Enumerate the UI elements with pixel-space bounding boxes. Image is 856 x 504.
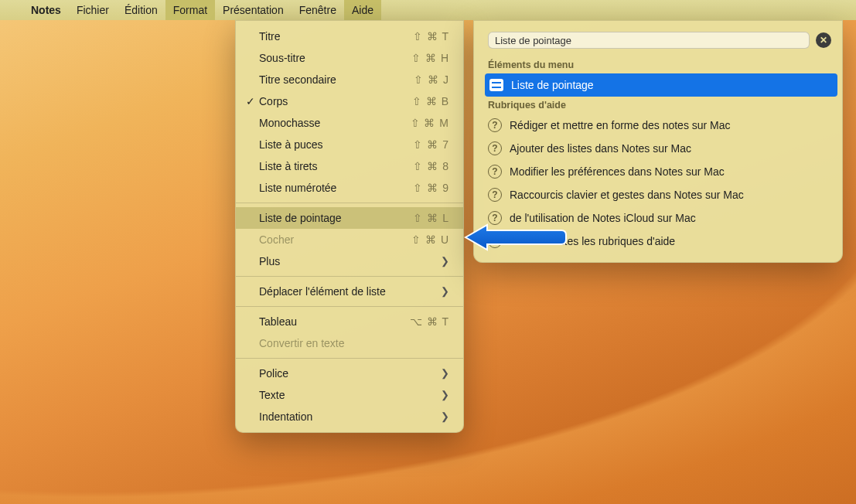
menubar-item-fichier[interactable]: Fichier: [69, 0, 117, 20]
help-topic-label: Rédiger et mettre en forme des notes sur…: [510, 116, 731, 135]
menu-item-label: Texte: [259, 387, 435, 404]
menu-separator: [236, 306, 463, 307]
menu-item-label: Liste à puces: [259, 136, 413, 153]
menu-command-icon: [489, 79, 503, 91]
menu-item-texte[interactable]: Texte ❯: [236, 384, 463, 406]
help-section-topics: Rubriques d'aide: [474, 97, 842, 114]
menubar-item-edition[interactable]: Édition: [117, 0, 165, 20]
menu-item-label: Plus: [259, 253, 435, 270]
menu-item-label: Corps: [259, 93, 412, 110]
menu-item-label: Cocher: [259, 231, 411, 248]
chevron-right-icon: ❯: [441, 387, 449, 404]
help-search-value: Liste de pointage: [495, 35, 571, 46]
menu-item-monochasse[interactable]: Monochasse ⇧ ⌘ M: [236, 112, 463, 134]
menu-item-label: Liste numérotée: [259, 179, 413, 196]
menu-item-shortcut: ⌥ ⌘ T: [410, 313, 449, 330]
menu-item-shortcut: ⇧ ⌘ B: [412, 93, 449, 110]
menu-item-cocher: Cocher ⇧ ⌘ U: [236, 229, 463, 250]
menu-item-sous-titre[interactable]: Sous-titre ⇧ ⌘ H: [236, 47, 463, 69]
help-topic[interactable]: ? Rédiger et mettre en forme des notes s…: [474, 114, 842, 137]
callout-arrow-icon: [464, 223, 568, 251]
menu-item-label: Liste à tirets: [259, 158, 413, 175]
format-menu: Titre ⇧ ⌘ T Sous-titre ⇧ ⌘ H Titre secon…: [235, 20, 464, 433]
menu-item-label: Police: [259, 365, 435, 382]
chevron-right-icon: ❯: [441, 408, 449, 425]
clear-search-icon[interactable]: ✕: [816, 32, 831, 48]
help-icon: ?: [488, 118, 502, 132]
help-menu-result-liste-pointage[interactable]: Liste de pointage: [485, 73, 837, 97]
menu-item-titre[interactable]: Titre ⇧ ⌘ T: [236, 26, 463, 47]
help-topic-label: Ajouter des listes dans Notes sur Mac: [510, 139, 691, 158]
help-topic-label: Modifier les préférences dans Notes sur …: [510, 162, 725, 181]
help-icon: ?: [488, 165, 502, 179]
menubar: Notes Fichier Édition Format Présentatio…: [0, 0, 856, 20]
menu-item-shortcut: ⇧ ⌘ H: [411, 49, 449, 66]
menu-item-label: Liste de pointage: [259, 209, 413, 226]
menu-item-label: Tableau: [259, 313, 410, 330]
menu-item-label: Monochasse: [259, 114, 411, 131]
menubar-app-name[interactable]: Notes: [23, 0, 69, 20]
menu-item-liste-pointage[interactable]: Liste de pointage ⇧ ⌘ L: [236, 207, 463, 229]
menu-item-shortcut: ⇧ ⌘ 9: [413, 179, 449, 196]
help-section-menu-items: Éléments du menu: [474, 56, 842, 73]
menu-separator: [236, 358, 463, 359]
menu-item-shortcut: ⇧ ⌘ J: [414, 71, 449, 88]
help-topic[interactable]: ? Raccourcis clavier et gestes dans Note…: [474, 183, 842, 206]
help-topic-label: Raccourcis clavier et gestes dans Notes …: [510, 186, 744, 204]
menu-item-label: Convertir en texte: [259, 335, 449, 352]
menu-item-liste-tirets[interactable]: Liste à tirets ⇧ ⌘ 8: [236, 155, 463, 177]
menu-item-indentation[interactable]: Indentation ❯: [236, 406, 463, 427]
help-icon: ?: [488, 188, 502, 202]
menu-item-label: Déplacer l'élément de liste: [259, 283, 435, 300]
menubar-item-presentation[interactable]: Présentation: [215, 0, 292, 20]
menu-item-shortcut: ⇧ ⌘ 8: [413, 158, 449, 175]
help-search-row: Liste de pointage ✕: [488, 32, 831, 49]
menu-item-shortcut: ⇧ ⌘ 7: [413, 136, 449, 153]
menubar-item-fenetre[interactable]: Fenêtre: [292, 0, 344, 20]
help-topic[interactable]: ? Modifier les préférences dans Notes su…: [474, 160, 842, 183]
menu-separator: [236, 276, 463, 277]
menu-item-police[interactable]: Police ❯: [236, 363, 463, 384]
chevron-right-icon: ❯: [441, 283, 449, 300]
menu-item-label: Titre secondaire: [259, 71, 414, 88]
menu-item-shortcut: ⇧ ⌘ T: [413, 28, 449, 45]
checkmark-icon: ✓: [245, 93, 256, 110]
menu-item-convertir-texte: Convertir en texte: [236, 332, 463, 354]
help-icon: ?: [488, 141, 502, 155]
menu-item-titre-secondaire[interactable]: Titre secondaire ⇧ ⌘ J: [236, 69, 463, 90]
menu-item-shortcut: ⇧ ⌘ L: [413, 209, 449, 226]
menubar-item-aide[interactable]: Aide: [344, 0, 381, 20]
chevron-right-icon: ❯: [441, 253, 449, 270]
menu-separator: [236, 203, 463, 203]
menu-item-label: Sous-titre: [259, 49, 411, 66]
menu-item-liste-numerotee[interactable]: Liste numérotée ⇧ ⌘ 9: [236, 177, 463, 199]
menu-item-label: Titre: [259, 28, 413, 45]
menu-item-tableau[interactable]: Tableau ⌥ ⌘ T: [236, 311, 463, 332]
menu-item-corps[interactable]: ✓ Corps ⇧ ⌘ B: [236, 90, 463, 112]
help-menu-result-label: Liste de pointage: [511, 76, 594, 94]
menubar-item-format[interactable]: Format: [165, 0, 215, 20]
menu-item-plus[interactable]: Plus ❯: [236, 250, 463, 272]
help-search-field[interactable]: Liste de pointage: [488, 32, 810, 49]
menu-item-shortcut: ⇧ ⌘ U: [411, 231, 449, 248]
menu-item-liste-puces[interactable]: Liste à puces ⇧ ⌘ 7: [236, 134, 463, 155]
menu-item-deplacer-liste[interactable]: Déplacer l'élément de liste ❯: [236, 281, 463, 302]
menu-item-shortcut: ⇧ ⌘ M: [411, 114, 449, 131]
menu-item-label: Indentation: [259, 408, 435, 425]
help-topic[interactable]: ? Ajouter des listes dans Notes sur Mac: [474, 137, 842, 160]
chevron-right-icon: ❯: [441, 365, 449, 382]
